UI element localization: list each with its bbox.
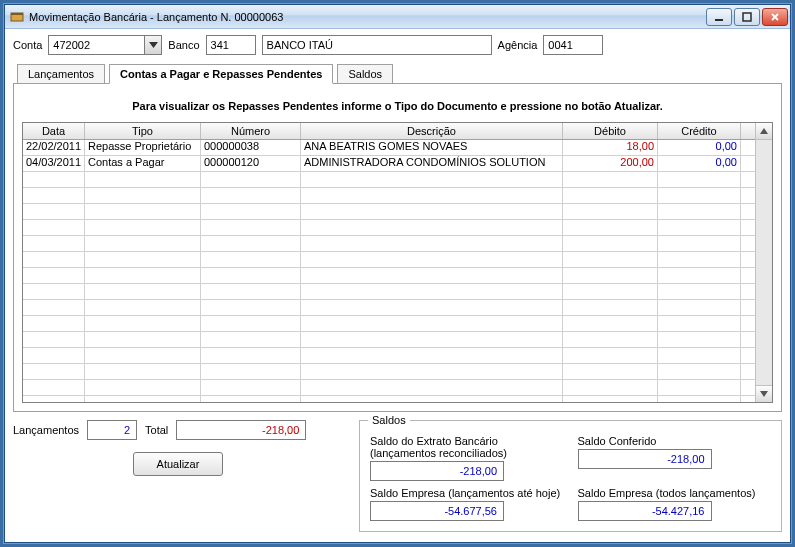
cell-data bbox=[23, 220, 85, 235]
cell-numero bbox=[201, 172, 301, 187]
cell-debito: 200,00 bbox=[563, 156, 658, 171]
cell-data bbox=[23, 188, 85, 203]
totals-row: Lançamentos 2 Total -218,00 bbox=[13, 420, 343, 440]
table-row[interactable] bbox=[23, 380, 755, 396]
grid-body[interactable]: 22/02/2011Repasse Proprietário000000038A… bbox=[23, 140, 755, 402]
cell-numero bbox=[201, 348, 301, 363]
col-debito[interactable]: Débito bbox=[563, 123, 658, 139]
cell-debito bbox=[563, 188, 658, 203]
cell-tipo bbox=[85, 380, 201, 395]
table-row[interactable] bbox=[23, 300, 755, 316]
col-data[interactable]: Data bbox=[23, 123, 85, 139]
maximize-button[interactable] bbox=[734, 8, 760, 26]
saldos-legend: Saldos bbox=[368, 414, 410, 426]
saldo-conferido-field: -218,00 bbox=[578, 449, 712, 469]
cell-numero bbox=[201, 332, 301, 347]
cell-descricao bbox=[301, 172, 563, 187]
grid-header: Data Tipo Número Descrição Débito Crédit… bbox=[23, 123, 755, 140]
conta-label: Conta bbox=[13, 39, 42, 51]
cell-numero: 000000038 bbox=[201, 140, 301, 155]
cell-descricao bbox=[301, 188, 563, 203]
vertical-scrollbar[interactable] bbox=[755, 123, 772, 402]
cell-debito bbox=[563, 300, 658, 315]
saldo-extrato-label: Saldo do Extrato Bancário (lançamentos r… bbox=[370, 435, 564, 459]
table-row[interactable] bbox=[23, 284, 755, 300]
conta-input[interactable] bbox=[49, 36, 144, 54]
cell-data bbox=[23, 268, 85, 283]
cell-credito: 0,00 bbox=[658, 156, 741, 171]
cell-numero bbox=[201, 364, 301, 379]
atualizar-button[interactable]: Atualizar bbox=[133, 452, 223, 476]
cell-credito bbox=[658, 236, 741, 251]
banco-code-field[interactable]: 341 bbox=[206, 35, 256, 55]
cell-data bbox=[23, 332, 85, 347]
cell-tipo bbox=[85, 284, 201, 299]
table-row[interactable] bbox=[23, 348, 755, 364]
tab-contas-pagar[interactable]: Contas a Pagar e Repasses Pendentes bbox=[109, 64, 333, 84]
cell-descricao: ANA BEATRIS GOMES NOVAES bbox=[301, 140, 563, 155]
cell-numero bbox=[201, 284, 301, 299]
cell-debito bbox=[563, 252, 658, 267]
minimize-button[interactable] bbox=[706, 8, 732, 26]
table-row[interactable] bbox=[23, 188, 755, 204]
close-button[interactable] bbox=[762, 8, 788, 26]
tab-lancamentos[interactable]: Lançamentos bbox=[17, 64, 105, 84]
conta-dropdown-button[interactable] bbox=[144, 36, 161, 54]
header-row: Conta Banco 341 BANCO ITAÚ Agência 0041 bbox=[13, 35, 782, 55]
client-area: Conta Banco 341 BANCO ITAÚ Agência 0041 … bbox=[5, 29, 790, 540]
cell-tipo bbox=[85, 236, 201, 251]
agencia-field[interactable]: 0041 bbox=[543, 35, 603, 55]
cell-data: 22/02/2011 bbox=[23, 140, 85, 155]
table-row[interactable]: 22/02/2011Repasse Proprietário000000038A… bbox=[23, 140, 755, 156]
cell-credito bbox=[658, 220, 741, 235]
cell-descricao bbox=[301, 348, 563, 363]
cell-credito: 0,00 bbox=[658, 140, 741, 155]
cell-descricao: ADMINISTRADORA CONDOMÍNIOS SOLUTION bbox=[301, 156, 563, 171]
titlebar[interactable]: Movimentação Bancária - Lançamento N. 00… bbox=[5, 5, 790, 29]
table-row[interactable] bbox=[23, 172, 755, 188]
saldo-conferido-label: Saldo Conferido bbox=[578, 435, 772, 447]
col-credito[interactable]: Crédito bbox=[658, 123, 741, 139]
cell-numero bbox=[201, 300, 301, 315]
cell-descricao bbox=[301, 316, 563, 331]
cell-credito bbox=[658, 380, 741, 395]
cell-debito bbox=[563, 396, 658, 402]
cell-credito bbox=[658, 300, 741, 315]
cell-credito bbox=[658, 396, 741, 402]
table-row[interactable] bbox=[23, 220, 755, 236]
saldos-groupbox: Saldos Saldo do Extrato Bancário (lançam… bbox=[359, 420, 782, 532]
table-row[interactable] bbox=[23, 236, 755, 252]
cell-tipo bbox=[85, 364, 201, 379]
table-row[interactable] bbox=[23, 332, 755, 348]
cell-tipo bbox=[85, 332, 201, 347]
table-row[interactable] bbox=[23, 316, 755, 332]
cell-tipo bbox=[85, 172, 201, 187]
table-row[interactable] bbox=[23, 268, 755, 284]
scroll-track[interactable] bbox=[756, 140, 772, 385]
scroll-up-button[interactable] bbox=[756, 123, 772, 140]
table-row[interactable] bbox=[23, 252, 755, 268]
cell-descricao bbox=[301, 332, 563, 347]
col-descricao[interactable]: Descrição bbox=[301, 123, 563, 139]
cell-numero bbox=[201, 316, 301, 331]
cell-descricao bbox=[301, 252, 563, 267]
table-row[interactable] bbox=[23, 396, 755, 402]
instruction-text: Para visualizar os Repasses Pendentes in… bbox=[22, 94, 773, 122]
table-row[interactable]: 04/03/2011Contas a Pagar000000120ADMINIS… bbox=[23, 156, 755, 172]
table-row[interactable] bbox=[23, 204, 755, 220]
col-tipo[interactable]: Tipo bbox=[85, 123, 201, 139]
scroll-down-button[interactable] bbox=[756, 385, 772, 402]
col-numero[interactable]: Número bbox=[201, 123, 301, 139]
cell-descricao bbox=[301, 284, 563, 299]
tab-saldos[interactable]: Saldos bbox=[337, 64, 393, 84]
saldo-conferido: Saldo Conferido -218,00 bbox=[578, 435, 772, 481]
cell-data bbox=[23, 252, 85, 267]
agencia-label: Agência bbox=[498, 39, 538, 51]
banco-name-field[interactable]: BANCO ITAÚ bbox=[262, 35, 492, 55]
conta-combo[interactable] bbox=[48, 35, 162, 55]
table-row[interactable] bbox=[23, 364, 755, 380]
cell-descricao bbox=[301, 236, 563, 251]
cell-debito bbox=[563, 268, 658, 283]
cell-numero bbox=[201, 188, 301, 203]
svg-rect-2 bbox=[715, 19, 723, 21]
